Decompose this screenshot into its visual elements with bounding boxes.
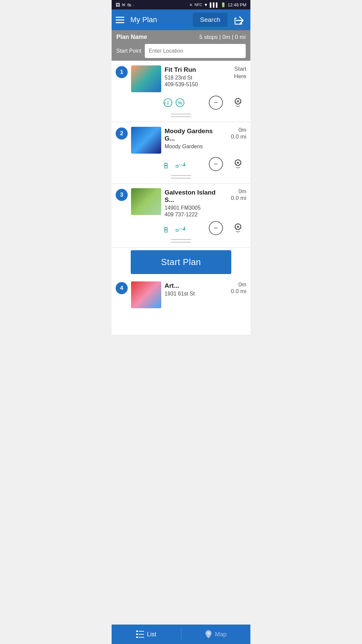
drag-handle-3 bbox=[116, 236, 246, 244]
stop-actions-1: − bbox=[207, 94, 246, 111]
start-point-row: Start Point bbox=[116, 44, 246, 58]
start-plan-overlay: Start Plan bbox=[112, 248, 250, 277]
svg-point-21 bbox=[183, 228, 185, 230]
stop-number-4: 4 bbox=[116, 282, 128, 294]
stop-number-1: 1 bbox=[116, 66, 128, 78]
stop-name-2: Moody Gardens G... bbox=[165, 127, 220, 142]
route-icon-2[interactable] bbox=[175, 160, 187, 168]
map-pin-stop-3-button[interactable] bbox=[230, 220, 246, 236]
location-input[interactable] bbox=[145, 44, 246, 58]
stop-thumbnail-2 bbox=[131, 127, 161, 154]
remove-stop-3-button[interactable]: − bbox=[207, 220, 224, 236]
stop-address-3: 14901 FM3005 bbox=[165, 205, 220, 211]
stop-thumbnail-4 bbox=[131, 281, 161, 308]
stop-meta-2: 0m 0.0 mi bbox=[223, 127, 246, 140]
plan-info-row: Plan Name 5 stops | 0m | 0 mi bbox=[116, 34, 246, 41]
stop-meta-1: StartHere bbox=[223, 65, 246, 80]
stop-thumbnail-3 bbox=[131, 188, 161, 215]
stop-item-3: 3 Galveston Island S... 14901 FM3005 409… bbox=[112, 183, 250, 248]
stop-item-1: 1 Fit Tri Run 518 23rd St 409-539-5150 S… bbox=[112, 61, 250, 122]
remove-stop-1-button[interactable]: − bbox=[207, 94, 224, 111]
drag-handle-1 bbox=[116, 111, 246, 118]
stop-phone-3: 409 737-1222 bbox=[165, 212, 220, 218]
map-pin-stop-2-button[interactable] bbox=[230, 156, 246, 172]
plan-stats: 5 stops | 0m | 0 mi bbox=[199, 34, 246, 41]
remove-stop-2-button[interactable]: − bbox=[207, 156, 224, 172]
stop-thumbnail-1 bbox=[131, 65, 161, 92]
stop-icons-row-1: i % − bbox=[116, 94, 246, 111]
stop-meta-3: 0m 0.0 mi bbox=[223, 188, 246, 202]
stop-item-4: 4 Art... 1931 61st St 0m 0.0 mi bbox=[112, 277, 250, 335]
time-display: 12:48 PM bbox=[228, 2, 246, 7]
stop-name-1: Fit Tri Run bbox=[165, 66, 220, 73]
stop-info-3: Galveston Island S... 14901 FM3005 409 7… bbox=[165, 188, 220, 218]
stops-list: 1 Fit Tri Run 518 23rd St 409-539-5150 S… bbox=[112, 61, 250, 335]
svg-text:i: i bbox=[167, 100, 169, 106]
plan-name-label: Plan Name bbox=[116, 34, 147, 41]
search-button[interactable]: Search bbox=[193, 13, 228, 27]
start-plan-button[interactable]: Start Plan bbox=[131, 250, 231, 274]
discount-icon[interactable]: % bbox=[175, 98, 185, 107]
stop-phone-1: 409-539-5150 bbox=[165, 82, 220, 88]
mail-icon: ✉ bbox=[122, 2, 125, 7]
start-here-text: StartHere bbox=[223, 65, 246, 80]
share-button[interactable] bbox=[231, 13, 246, 26]
stop-item-2: 2 Moody Gardens G... Moody Gardens 0m 0.… bbox=[112, 122, 250, 183]
signal-icon: ▌▌▌ bbox=[210, 2, 219, 7]
stop-meta-4: 0m 0.0 mi bbox=[223, 281, 246, 295]
wifi-icon: ▼ bbox=[204, 2, 208, 7]
phone-info-icon[interactable]: i bbox=[163, 98, 173, 107]
stop-info-4: Art... 1931 61st St bbox=[165, 281, 220, 298]
dot-icon: · bbox=[133, 2, 134, 7]
stop-number-2: 2 bbox=[116, 127, 128, 140]
stop-address-4: 1931 61st St bbox=[165, 291, 220, 297]
map-pin-stop-1-button[interactable] bbox=[230, 94, 246, 111]
svg-line-18 bbox=[164, 227, 165, 228]
stop-name-4: Art... bbox=[165, 282, 220, 289]
svg-point-11 bbox=[176, 165, 178, 168]
battery-icon: 🔋 bbox=[221, 2, 226, 7]
activity-icon-2[interactable] bbox=[163, 159, 173, 169]
stop-number-3: 3 bbox=[116, 189, 128, 201]
stop-actions-3: − bbox=[207, 220, 246, 236]
menu-button[interactable] bbox=[116, 17, 124, 23]
stop-icons-row-3: − bbox=[116, 220, 246, 236]
bluetooth-icon: ⨯ bbox=[189, 2, 193, 7]
image-icon: 🖼 bbox=[116, 2, 120, 7]
svg-text:%: % bbox=[178, 100, 182, 106]
svg-point-14 bbox=[237, 162, 239, 164]
svg-point-12 bbox=[183, 164, 185, 166]
stop-icons-row-2: − bbox=[116, 156, 246, 172]
activity-icon-3[interactable] bbox=[163, 223, 173, 233]
svg-line-19 bbox=[167, 227, 168, 228]
header: My Plan Search bbox=[112, 9, 250, 30]
app-title: My Plan bbox=[130, 15, 189, 24]
stop-address-2: Moody Gardens bbox=[165, 144, 220, 150]
svg-line-10 bbox=[167, 163, 168, 164]
status-left-icons: 🖼 ✉ 🛍 · bbox=[116, 2, 134, 7]
svg-point-23 bbox=[237, 226, 239, 228]
plan-info-bar: Plan Name 5 stops | 0m | 0 mi Start Poin… bbox=[112, 30, 250, 61]
svg-point-5 bbox=[237, 100, 239, 102]
drag-handle-2 bbox=[116, 172, 246, 180]
start-point-label: Start Point bbox=[116, 48, 141, 54]
nfc-icon: NFC bbox=[194, 3, 202, 7]
svg-line-9 bbox=[164, 163, 165, 164]
stop-info-2: Moody Gardens G... Moody Gardens bbox=[165, 127, 220, 150]
status-bar: 🖼 ✉ 🛍 · ⨯ NFC ▼ ▌▌▌ 🔋 12:48 PM bbox=[112, 0, 250, 9]
route-icon-3[interactable] bbox=[175, 224, 187, 232]
stop-actions-2: − bbox=[207, 156, 246, 172]
stop-info-1: Fit Tri Run 518 23rd St 409-539-5150 bbox=[165, 65, 220, 88]
stop-address-1: 518 23rd St bbox=[165, 75, 220, 81]
status-right-icons: ⨯ NFC ▼ ▌▌▌ 🔋 12:48 PM bbox=[189, 2, 246, 7]
stop-name-3: Galveston Island S... bbox=[165, 189, 220, 204]
bag-icon: 🛍 bbox=[127, 2, 131, 7]
svg-point-20 bbox=[176, 229, 178, 232]
